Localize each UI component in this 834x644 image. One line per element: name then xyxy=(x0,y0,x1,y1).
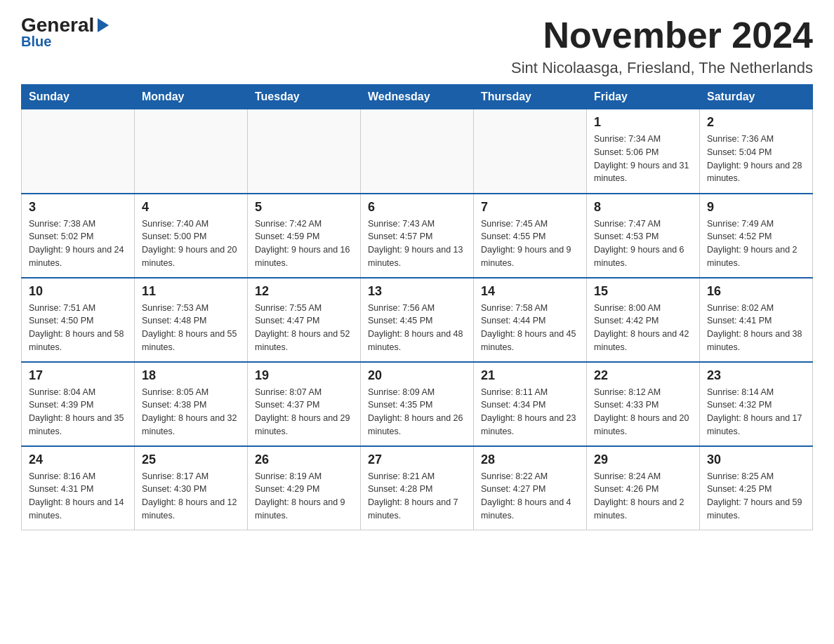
day-number: 27 xyxy=(368,452,466,467)
calendar-cell: 26Sunrise: 8:19 AMSunset: 4:29 PMDayligh… xyxy=(248,446,361,530)
day-info: Sunrise: 7:47 AMSunset: 4:53 PMDaylight:… xyxy=(594,217,692,270)
day-number: 18 xyxy=(142,368,240,383)
header-monday: Monday xyxy=(135,85,248,109)
day-number: 14 xyxy=(481,284,579,299)
day-info: Sunrise: 7:36 AMSunset: 5:04 PMDaylight:… xyxy=(707,133,805,185)
header: General Blue November 2024 Sint Nicolaas… xyxy=(21,14,813,77)
calendar-cell: 24Sunrise: 8:16 AMSunset: 4:31 PMDayligh… xyxy=(22,446,135,530)
logo-area: General Blue xyxy=(21,14,110,50)
day-info: Sunrise: 8:16 AMSunset: 4:31 PMDaylight:… xyxy=(29,470,127,523)
calendar-cell: 29Sunrise: 8:24 AMSunset: 4:26 PMDayligh… xyxy=(587,446,700,530)
calendar-cell: 8Sunrise: 7:47 AMSunset: 4:53 PMDaylight… xyxy=(587,194,700,278)
day-info: Sunrise: 7:43 AMSunset: 4:57 PMDaylight:… xyxy=(368,217,466,270)
header-saturday: Saturday xyxy=(700,85,813,109)
day-number: 5 xyxy=(255,200,353,215)
location-subtitle: Sint Nicolaasga, Friesland, The Netherla… xyxy=(511,59,813,77)
day-info: Sunrise: 8:12 AMSunset: 4:33 PMDaylight:… xyxy=(594,386,692,438)
day-info: Sunrise: 7:45 AMSunset: 4:55 PMDaylight:… xyxy=(481,217,579,270)
day-number: 4 xyxy=(142,200,240,215)
day-info: Sunrise: 8:07 AMSunset: 4:37 PMDaylight:… xyxy=(255,386,353,438)
day-info: Sunrise: 7:55 AMSunset: 4:47 PMDaylight:… xyxy=(255,302,353,354)
day-info: Sunrise: 8:24 AMSunset: 4:26 PMDaylight:… xyxy=(594,470,692,523)
day-info: Sunrise: 8:25 AMSunset: 4:25 PMDaylight:… xyxy=(707,470,805,523)
day-info: Sunrise: 8:00 AMSunset: 4:42 PMDaylight:… xyxy=(594,302,692,354)
calendar-cell: 17Sunrise: 8:04 AMSunset: 4:39 PMDayligh… xyxy=(22,362,135,446)
day-number: 7 xyxy=(481,200,579,215)
day-number: 20 xyxy=(368,368,466,383)
calendar-cell xyxy=(361,109,474,194)
calendar-cell: 12Sunrise: 7:55 AMSunset: 4:47 PMDayligh… xyxy=(248,278,361,362)
day-number: 29 xyxy=(594,452,692,467)
day-number: 9 xyxy=(707,200,805,215)
header-thursday: Thursday xyxy=(474,85,587,109)
day-number: 30 xyxy=(707,452,805,467)
day-number: 8 xyxy=(594,200,692,215)
calendar-cell: 22Sunrise: 8:12 AMSunset: 4:33 PMDayligh… xyxy=(587,362,700,446)
day-info: Sunrise: 7:58 AMSunset: 4:44 PMDaylight:… xyxy=(481,302,579,354)
calendar-week-1: 3Sunrise: 7:38 AMSunset: 5:02 PMDaylight… xyxy=(22,194,813,278)
month-title: November 2024 xyxy=(511,14,813,56)
calendar-week-0: 1Sunrise: 7:34 AMSunset: 5:06 PMDaylight… xyxy=(22,109,813,194)
calendar-week-4: 24Sunrise: 8:16 AMSunset: 4:31 PMDayligh… xyxy=(22,446,813,530)
header-tuesday: Tuesday xyxy=(248,85,361,109)
day-info: Sunrise: 8:17 AMSunset: 4:30 PMDaylight:… xyxy=(142,470,240,523)
day-info: Sunrise: 8:05 AMSunset: 4:38 PMDaylight:… xyxy=(142,386,240,438)
calendar-cell: 4Sunrise: 7:40 AMSunset: 5:00 PMDaylight… xyxy=(135,194,248,278)
calendar-cell: 10Sunrise: 7:51 AMSunset: 4:50 PMDayligh… xyxy=(22,278,135,362)
calendar-cell: 14Sunrise: 7:58 AMSunset: 4:44 PMDayligh… xyxy=(474,278,587,362)
calendar-cell: 20Sunrise: 8:09 AMSunset: 4:35 PMDayligh… xyxy=(361,362,474,446)
day-number: 15 xyxy=(594,284,692,299)
day-number: 3 xyxy=(29,200,127,215)
day-number: 28 xyxy=(481,452,579,467)
day-number: 25 xyxy=(142,452,240,467)
day-info: Sunrise: 8:09 AMSunset: 4:35 PMDaylight:… xyxy=(368,386,466,438)
calendar-cell: 23Sunrise: 8:14 AMSunset: 4:32 PMDayligh… xyxy=(700,362,813,446)
title-area: November 2024 Sint Nicolaasga, Friesland… xyxy=(511,14,813,77)
day-info: Sunrise: 8:11 AMSunset: 4:34 PMDaylight:… xyxy=(481,386,579,438)
calendar-cell xyxy=(135,109,248,194)
day-number: 11 xyxy=(142,284,240,299)
calendar-cell: 30Sunrise: 8:25 AMSunset: 4:25 PMDayligh… xyxy=(700,446,813,530)
day-info: Sunrise: 8:19 AMSunset: 4:29 PMDaylight:… xyxy=(255,470,353,523)
calendar-cell: 27Sunrise: 8:21 AMSunset: 4:28 PMDayligh… xyxy=(361,446,474,530)
calendar-week-3: 17Sunrise: 8:04 AMSunset: 4:39 PMDayligh… xyxy=(22,362,813,446)
calendar-cell: 18Sunrise: 8:05 AMSunset: 4:38 PMDayligh… xyxy=(135,362,248,446)
calendar-table: SundayMondayTuesdayWednesdayThursdayFrid… xyxy=(21,84,813,530)
header-wednesday: Wednesday xyxy=(361,85,474,109)
calendar-cell: 5Sunrise: 7:42 AMSunset: 4:59 PMDaylight… xyxy=(248,194,361,278)
calendar-cell xyxy=(474,109,587,194)
day-number: 22 xyxy=(594,368,692,383)
day-info: Sunrise: 8:22 AMSunset: 4:27 PMDaylight:… xyxy=(481,470,579,523)
day-info: Sunrise: 7:53 AMSunset: 4:48 PMDaylight:… xyxy=(142,302,240,354)
calendar-cell: 28Sunrise: 8:22 AMSunset: 4:27 PMDayligh… xyxy=(474,446,587,530)
day-info: Sunrise: 7:51 AMSunset: 4:50 PMDaylight:… xyxy=(29,302,127,354)
day-number: 6 xyxy=(368,200,466,215)
day-info: Sunrise: 8:02 AMSunset: 4:41 PMDaylight:… xyxy=(707,302,805,354)
calendar-cell: 15Sunrise: 8:00 AMSunset: 4:42 PMDayligh… xyxy=(587,278,700,362)
day-number: 19 xyxy=(255,368,353,383)
day-number: 17 xyxy=(29,368,127,383)
calendar-cell: 13Sunrise: 7:56 AMSunset: 4:45 PMDayligh… xyxy=(361,278,474,362)
day-info: Sunrise: 7:34 AMSunset: 5:06 PMDaylight:… xyxy=(594,133,692,185)
day-info: Sunrise: 8:21 AMSunset: 4:28 PMDaylight:… xyxy=(368,470,466,523)
calendar-cell: 25Sunrise: 8:17 AMSunset: 4:30 PMDayligh… xyxy=(135,446,248,530)
header-friday: Friday xyxy=(587,85,700,109)
logo-arrow-icon xyxy=(98,18,109,32)
day-number: 2 xyxy=(707,115,805,130)
day-info: Sunrise: 7:56 AMSunset: 4:45 PMDaylight:… xyxy=(368,302,466,354)
day-number: 10 xyxy=(29,284,127,299)
logo-blue: Blue xyxy=(21,34,51,50)
day-info: Sunrise: 7:40 AMSunset: 5:00 PMDaylight:… xyxy=(142,217,240,270)
calendar-cell: 1Sunrise: 7:34 AMSunset: 5:06 PMDaylight… xyxy=(587,109,700,194)
header-sunday: Sunday xyxy=(22,85,135,109)
day-info: Sunrise: 7:42 AMSunset: 4:59 PMDaylight:… xyxy=(255,217,353,270)
day-number: 13 xyxy=(368,284,466,299)
day-info: Sunrise: 7:49 AMSunset: 4:52 PMDaylight:… xyxy=(707,217,805,270)
calendar-week-2: 10Sunrise: 7:51 AMSunset: 4:50 PMDayligh… xyxy=(22,278,813,362)
calendar-cell xyxy=(248,109,361,194)
calendar-cell: 11Sunrise: 7:53 AMSunset: 4:48 PMDayligh… xyxy=(135,278,248,362)
day-number: 16 xyxy=(707,284,805,299)
day-number: 1 xyxy=(594,115,692,130)
calendar-cell: 19Sunrise: 8:07 AMSunset: 4:37 PMDayligh… xyxy=(248,362,361,446)
day-number: 24 xyxy=(29,452,127,467)
